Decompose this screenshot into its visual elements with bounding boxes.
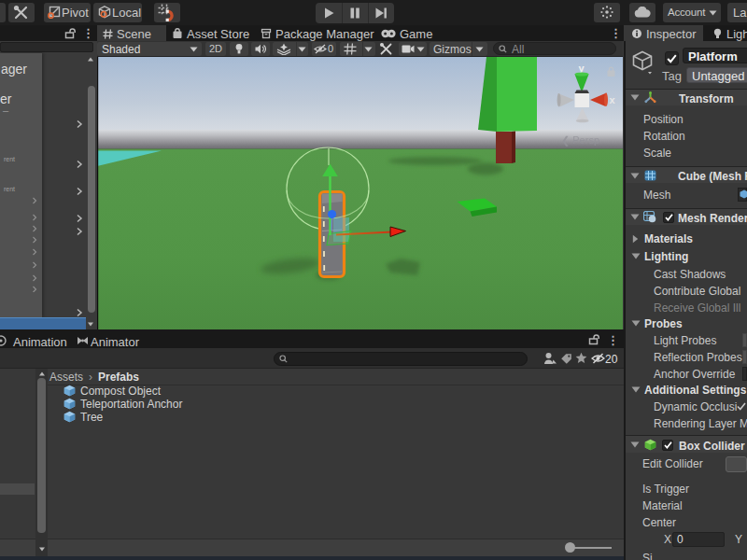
svg-text:y: y <box>579 63 585 74</box>
svg-text:❮ Persp: ❮ Persp <box>561 134 599 147</box>
svg-text:x: x <box>610 94 616 105</box>
